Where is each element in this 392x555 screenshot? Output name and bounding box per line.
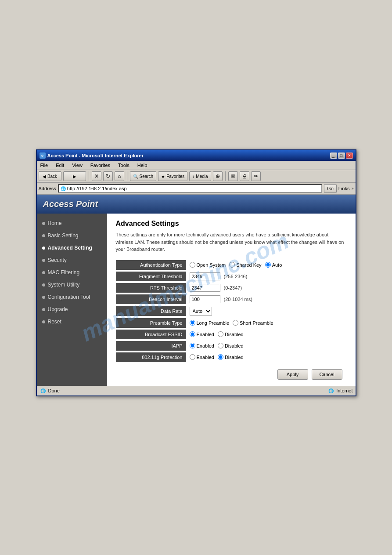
radio-iapp-disabled[interactable]: Disabled (218, 343, 244, 348)
bullet-icon (42, 320, 45, 323)
radio-iapp-enabled[interactable]: Enabled (190, 343, 214, 348)
main-layout: Home Basic Setting Advanced Setting Secu… (37, 214, 356, 386)
hint-fragment-threshold: (256-2346) (224, 274, 248, 279)
row-80211g-protection: 802.11g Protection Enabled Disabled (116, 352, 347, 362)
bullet-icon (42, 308, 45, 311)
row-auth-type: Authentication Type Open System Shared K… (116, 260, 347, 270)
radio-shared-key-input[interactable] (229, 262, 235, 268)
back-button[interactable]: ◀ Back (39, 171, 61, 181)
menu-tools[interactable]: Tools (116, 162, 131, 169)
radio-protection-enabled[interactable]: Enabled (190, 354, 214, 360)
maximize-button[interactable]: □ (338, 152, 345, 159)
links-arrow-icon: » (351, 186, 353, 191)
toolbar-separator-1 (89, 171, 89, 181)
sidebar-label-mac-filtering: MAC Filtering (48, 269, 80, 276)
ap-title: Access Point (43, 199, 349, 209)
sidebar-item-reset[interactable]: Reset (37, 316, 107, 328)
radio-protection-enabled-input[interactable] (190, 354, 195, 360)
refresh-button[interactable]: ↻ (103, 171, 113, 181)
radio-shared-key[interactable]: Shared Key (229, 262, 261, 268)
mail-button[interactable]: ✉ (228, 171, 238, 181)
sidebar-item-upgrade[interactable]: Upgrade (37, 303, 107, 316)
label-fragment-threshold: Fragment Threshold (116, 272, 186, 281)
go-button[interactable]: Go (324, 184, 337, 193)
sidebar-label-security: Security (48, 257, 67, 263)
toolbar-separator-2 (127, 171, 127, 181)
menu-view[interactable]: View (70, 162, 84, 169)
row-broadcast-essid: Broadcast ESSID Enabled Disabled (116, 330, 347, 339)
search-button[interactable]: 🔍 Search (130, 171, 157, 181)
radio-long-preamble[interactable]: Long Preamble (190, 320, 230, 326)
input-fragment-threshold[interactable] (190, 272, 220, 280)
sidebar-item-advanced-setting[interactable]: Advanced Setting (37, 242, 107, 254)
page-description: These settings are only for more technic… (116, 231, 347, 253)
favorites-icon: ★ (161, 174, 165, 179)
radio-long-preamble-input[interactable] (190, 320, 195, 326)
menu-help[interactable]: Help (136, 162, 149, 169)
search-icon: 🔍 (133, 174, 138, 179)
bullet-icon (42, 271, 45, 274)
back-arrow-icon: ◀ (43, 174, 46, 179)
stop-button[interactable]: ✕ (92, 171, 101, 181)
edit-button[interactable]: ✏ (251, 171, 261, 181)
radio-open-system[interactable]: Open System (190, 262, 226, 268)
apply-button[interactable]: Apply (277, 369, 308, 380)
row-iapp: IAPP Enabled Disabled (116, 341, 347, 351)
close-button[interactable]: ✕ (346, 152, 353, 159)
page-title: Advanced Settings (116, 220, 347, 228)
input-beacon-interval[interactable] (190, 295, 220, 303)
radio-broadcast-disabled-input[interactable] (218, 331, 223, 337)
forward-button[interactable]: ▶ (63, 171, 86, 181)
label-iapp: IAPP (116, 341, 186, 351)
radio-short-preamble-input[interactable] (233, 320, 238, 326)
radio-broadcast-enabled-input[interactable] (190, 331, 195, 337)
cancel-button[interactable]: Cancel (312, 369, 342, 380)
address-field[interactable] (67, 186, 320, 191)
minimize-button[interactable]: _ (330, 152, 337, 159)
bullet-icon (42, 234, 45, 237)
bullet-icon (42, 259, 45, 262)
radio-group-auth: Open System Shared Key Auto (190, 262, 282, 268)
radio-open-system-input[interactable] (190, 262, 195, 268)
sidebar-item-security[interactable]: Security (37, 254, 107, 266)
ap-header: Access Point (37, 195, 356, 214)
address-label: Address (39, 186, 56, 191)
sidebar-item-configuration-tool[interactable]: Configuration Tool (37, 291, 107, 303)
menu-file[interactable]: File (39, 162, 50, 169)
status-bar: 🌐 Done 🌐 Internet (37, 386, 356, 395)
sidebar-item-mac-filtering[interactable]: MAC Filtering (37, 266, 107, 279)
toolbar: ◀ Back ▶ ✕ ↻ ⌂ 🔍 Search ★ Favorites ♪ Me… (37, 170, 356, 183)
radio-broadcast-disabled[interactable]: Disabled (218, 331, 244, 337)
home-button[interactable]: ⌂ (115, 171, 124, 181)
value-preamble-type: Long Preamble Short Preamble (186, 318, 347, 328)
address-bar: Address 🌐 Go Links » (37, 183, 356, 195)
radio-protection-disabled[interactable]: Disabled (218, 354, 244, 360)
select-data-rate[interactable]: Auto 1M 2M 5.5M 11M 54M (190, 307, 212, 316)
sidebar-item-basic-setting[interactable]: Basic Setting (37, 229, 107, 242)
radio-iapp-enabled-input[interactable] (190, 343, 195, 348)
media-button[interactable]: ♪ Media (189, 171, 211, 181)
radio-iapp-disabled-input[interactable] (218, 343, 223, 348)
row-preamble-type: Preamble Type Long Preamble Short Preamb… (116, 318, 347, 328)
value-fragment-threshold: (256-2346) (186, 272, 347, 281)
input-rts-threshold[interactable] (190, 284, 220, 292)
print-button[interactable]: 🖨 (240, 171, 249, 181)
status-page-icon: 🌐 (40, 387, 47, 394)
menu-edit[interactable]: Edit (54, 162, 66, 169)
radio-protection-disabled-input[interactable] (218, 354, 223, 360)
sidebar-item-home[interactable]: Home (37, 217, 107, 229)
bullet-icon (42, 247, 45, 250)
favorites-button[interactable]: ★ Favorites (158, 171, 187, 181)
label-auth-type: Authentication Type (116, 260, 186, 270)
button-row: Apply Cancel (116, 369, 347, 380)
label-broadcast-essid: Broadcast ESSID (116, 330, 186, 339)
radio-auto-input[interactable] (265, 262, 271, 268)
radio-auto[interactable]: Auto (265, 262, 282, 268)
bullet-icon (42, 222, 45, 225)
sidebar-item-system-utility[interactable]: System Utility (37, 279, 107, 291)
radio-short-preamble[interactable]: Short Preamble (233, 320, 273, 326)
radio-broadcast-enabled[interactable]: Enabled (190, 331, 214, 337)
menu-favorites[interactable]: Favorites (89, 162, 112, 169)
row-fragment-threshold: Fragment Threshold (256-2346) (116, 272, 347, 281)
history-button[interactable]: ⊕ (213, 171, 223, 181)
